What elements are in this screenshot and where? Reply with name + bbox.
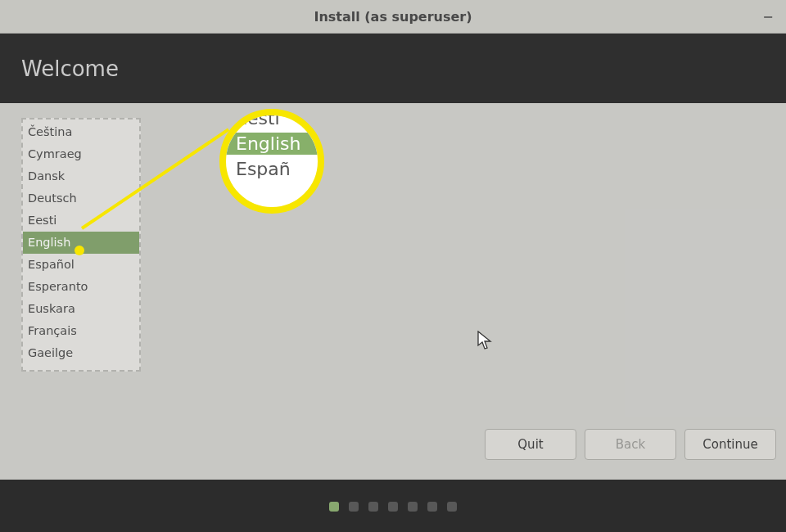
step-dot[interactable] — [388, 502, 398, 512]
step-dot[interactable] — [408, 502, 418, 512]
language-item[interactable]: Cymraeg — [23, 143, 139, 165]
language-item[interactable]: Euskara — [23, 298, 139, 320]
header-strip: Welcome — [0, 34, 786, 103]
step-dot[interactable] — [368, 502, 378, 512]
annotation-row: Eesti — [226, 109, 318, 129]
language-item[interactable]: Esperanto — [23, 276, 139, 298]
step-dot[interactable] — [329, 502, 339, 512]
annotation-row: Españ — [226, 158, 318, 180]
step-indicator — [0, 480, 786, 532]
language-item[interactable]: Français — [23, 320, 139, 342]
window-title: Install (as superuser) — [314, 9, 472, 25]
annotation-anchor-dot — [75, 246, 84, 255]
main-pane: ČeštinaCymraegDanskDeutschEestiEnglishEs… — [0, 103, 786, 480]
language-item[interactable]: Gaeilge — [23, 342, 139, 364]
mouse-cursor-icon — [477, 331, 493, 350]
language-item[interactable]: Čeština — [23, 121, 139, 143]
minus-icon: − — [762, 9, 773, 25]
step-dot[interactable] — [349, 502, 359, 512]
titlebar: Install (as superuser) − — [0, 0, 786, 34]
page-title: Welcome — [21, 56, 119, 81]
quit-button[interactable]: Quit — [485, 429, 576, 460]
continue-button[interactable]: Continue — [684, 429, 776, 460]
language-item[interactable]: Español — [23, 254, 139, 276]
minimize-button[interactable]: − — [758, 7, 778, 26]
back-button: Back — [585, 429, 676, 460]
button-row: Quit Back Continue — [485, 429, 776, 460]
installer-window: Install (as superuser) − Welcome Čeština… — [0, 0, 786, 532]
step-dot[interactable] — [447, 502, 457, 512]
annotation-magnifier: Eesti English Españ — [219, 109, 324, 214]
annotation-row-selected: English — [226, 133, 318, 155]
step-dot[interactable] — [427, 502, 437, 512]
language-item[interactable]: Dansk — [23, 165, 139, 187]
language-list[interactable]: ČeštinaCymraegDanskDeutschEestiEnglishEs… — [21, 118, 141, 372]
